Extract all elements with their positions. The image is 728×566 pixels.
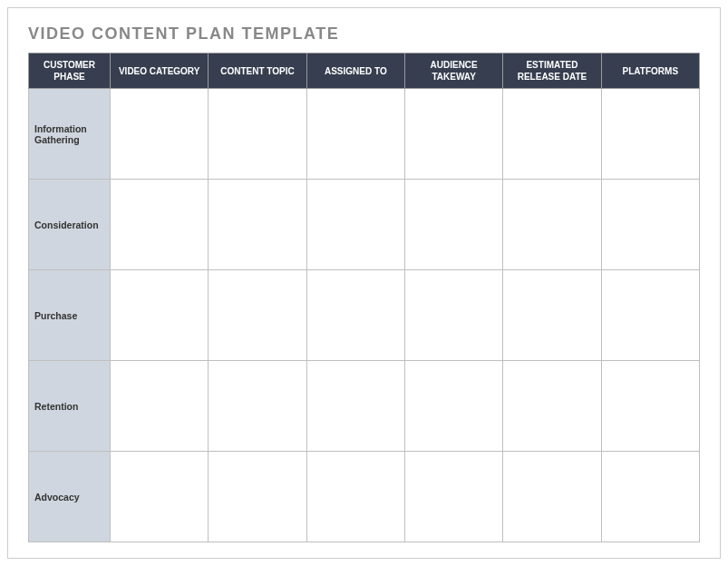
cell-estimated-release-date <box>503 180 601 270</box>
cell-estimated-release-date <box>503 361 601 452</box>
document-page: VIDEO CONTENT PLAN TEMPLATE CUSTOMER PHA… <box>7 7 721 559</box>
cell-audience-takeaway <box>404 89 502 180</box>
cell-platforms <box>601 452 699 542</box>
col-customer-phase: CUSTOMER PHASE <box>29 54 111 89</box>
cell-audience-takeaway <box>404 452 502 542</box>
cell-video-category <box>111 89 209 180</box>
cell-video-category <box>111 452 209 542</box>
col-assigned-to: ASSIGNED TO <box>306 54 404 89</box>
cell-assigned-to <box>306 180 404 270</box>
cell-platforms <box>601 270 699 361</box>
cell-content-topic <box>209 452 306 542</box>
phase-cell: Retention <box>29 361 111 452</box>
cell-audience-takeaway <box>404 270 502 361</box>
page-title: VIDEO CONTENT PLAN TEMPLATE <box>28 24 700 44</box>
col-audience-takeaway: AUDIENCE TAKEWAY <box>404 54 502 89</box>
table-row: Information Gathering <box>29 89 700 180</box>
cell-assigned-to <box>306 270 404 361</box>
phase-cell: Purchase <box>29 270 111 361</box>
phase-cell: Information Gathering <box>29 89 111 180</box>
cell-estimated-release-date <box>503 270 601 361</box>
table-row: Purchase <box>29 270 700 361</box>
cell-platforms <box>601 361 699 452</box>
cell-assigned-to <box>306 452 404 542</box>
cell-estimated-release-date <box>503 89 601 180</box>
cell-content-topic <box>209 270 306 361</box>
col-video-category: VIDEO CATEGORY <box>111 54 209 89</box>
cell-assigned-to <box>306 89 404 180</box>
table-header-row: CUSTOMER PHASE VIDEO CATEGORY CONTENT TO… <box>29 54 700 89</box>
col-platforms: PLATFORMS <box>601 54 699 89</box>
table-row: Retention <box>29 361 700 452</box>
cell-video-category <box>111 361 209 452</box>
table-row: Advocacy <box>29 452 700 542</box>
cell-audience-takeaway <box>404 361 502 452</box>
cell-assigned-to <box>306 361 404 452</box>
cell-content-topic <box>209 180 306 270</box>
col-content-topic: CONTENT TOPIC <box>209 54 306 89</box>
col-estimated-release-date: ESTIMATED RELEASE DATE <box>503 54 601 89</box>
phase-cell: Advocacy <box>29 452 111 542</box>
cell-video-category <box>111 180 209 270</box>
cell-platforms <box>601 180 699 270</box>
cell-content-topic <box>209 89 306 180</box>
table-row: Consideration <box>29 180 700 270</box>
cell-content-topic <box>209 361 306 452</box>
phase-cell: Consideration <box>29 180 111 270</box>
cell-video-category <box>111 270 209 361</box>
content-plan-table: CUSTOMER PHASE VIDEO CATEGORY CONTENT TO… <box>28 53 700 542</box>
cell-platforms <box>601 89 699 180</box>
cell-audience-takeaway <box>404 180 502 270</box>
cell-estimated-release-date <box>503 452 601 542</box>
